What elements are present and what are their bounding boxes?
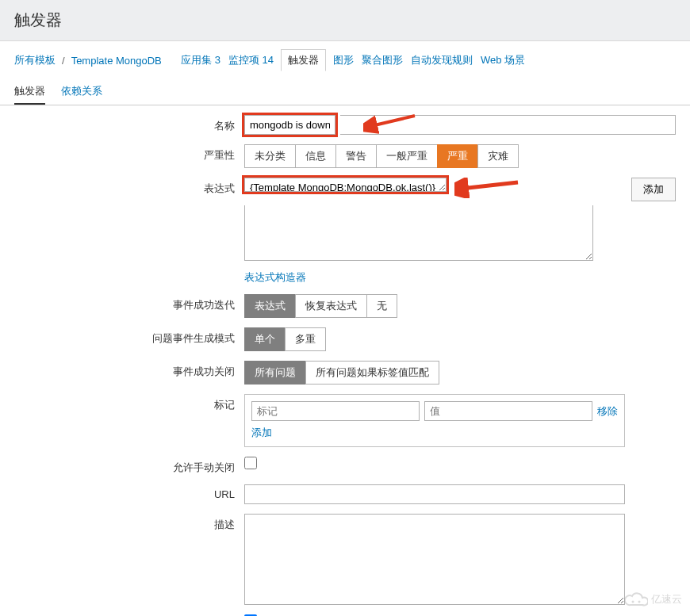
event-close-label: 事件成功关闭 bbox=[14, 361, 244, 379]
breadcrumb-all-templates[interactable]: 所有模板 bbox=[14, 53, 56, 67]
separator: / bbox=[62, 55, 65, 67]
description-field[interactable] bbox=[244, 514, 625, 605]
severity-unclassified[interactable]: 未分类 bbox=[244, 144, 296, 168]
tag-row: 移除 bbox=[251, 401, 618, 421]
severity-info[interactable]: 信息 bbox=[295, 144, 336, 168]
nav-items[interactable]: 监控项 14 bbox=[228, 52, 274, 69]
event-iter-label: 事件成功迭代 bbox=[14, 294, 244, 312]
nav-discovery[interactable]: 自动发现规则 bbox=[410, 52, 473, 69]
expression-field[interactable] bbox=[244, 178, 447, 192]
name-label: 名称 bbox=[14, 115, 244, 133]
breadcrumb: 所有模板 / Template MongoDB 应用集 3 监控项 14 触发器… bbox=[0, 41, 690, 71]
nav-applications[interactable]: 应用集 3 bbox=[180, 52, 221, 69]
severity-group: 未分类 信息 警告 一般严重 严重 灾难 bbox=[244, 144, 519, 168]
svg-point-2 bbox=[632, 601, 634, 603]
add-expression-button[interactable]: 添加 bbox=[631, 178, 676, 201]
severity-warning[interactable]: 警告 bbox=[335, 144, 377, 168]
event-iter-none[interactable]: 无 bbox=[366, 294, 397, 318]
event-iter-recovery[interactable]: 恢复表达式 bbox=[295, 294, 367, 318]
url-label: URL bbox=[14, 484, 244, 500]
tag-name-field[interactable] bbox=[251, 401, 420, 421]
problem-gen-single[interactable]: 单个 bbox=[244, 327, 286, 351]
description-label: 描述 bbox=[14, 514, 244, 532]
tag-value-field[interactable] bbox=[424, 401, 592, 421]
event-close-tag[interactable]: 所有问题如果标签值匹配 bbox=[305, 361, 439, 385]
svg-line-1 bbox=[461, 182, 518, 189]
cloud-icon bbox=[624, 591, 648, 608]
severity-label: 严重性 bbox=[14, 144, 244, 163]
name-field[interactable] bbox=[244, 115, 335, 135]
svg-line-0 bbox=[371, 116, 415, 126]
tab-dependencies[interactable]: 依赖关系 bbox=[61, 79, 102, 105]
severity-average[interactable]: 一般严重 bbox=[376, 144, 438, 168]
page-title: 触发器 bbox=[0, 0, 690, 41]
remove-tag-link[interactable]: 移除 bbox=[597, 404, 618, 419]
problem-gen-group: 单个 多重 bbox=[244, 327, 326, 351]
tab-bar: 触发器 依赖关系 bbox=[0, 71, 690, 105]
event-iter-group: 表达式 恢复表达式 无 bbox=[244, 294, 397, 318]
nav-screens[interactable]: 聚合图形 bbox=[361, 52, 404, 69]
problem-gen-multiple[interactable]: 多重 bbox=[285, 327, 326, 351]
watermark: 亿速云 bbox=[624, 591, 682, 608]
event-close-group: 所有问题 所有问题如果标签值匹配 bbox=[244, 361, 439, 385]
event-close-all[interactable]: 所有问题 bbox=[244, 361, 306, 385]
severity-high[interactable]: 严重 bbox=[437, 144, 478, 168]
manual-close-label: 允许手动关闭 bbox=[14, 457, 244, 475]
expression-area[interactable] bbox=[244, 205, 593, 261]
url-field[interactable] bbox=[244, 484, 625, 504]
add-tag-link[interactable]: 添加 bbox=[251, 427, 272, 438]
arrow-annotation bbox=[454, 178, 522, 198]
nav-triggers[interactable]: 触发器 bbox=[281, 49, 326, 71]
svg-point-3 bbox=[638, 601, 641, 603]
breadcrumb-template[interactable]: Template MongoDB bbox=[71, 55, 162, 67]
arrow-annotation bbox=[363, 112, 419, 136]
manual-close-checkbox[interactable] bbox=[244, 457, 257, 469]
problem-gen-label: 问题事件生成模式 bbox=[14, 327, 244, 346]
expression-label: 表达式 bbox=[14, 178, 244, 196]
nav-web[interactable]: Web 场景 bbox=[480, 52, 526, 69]
tag-panel: 移除 添加 bbox=[244, 394, 625, 447]
nav-graphs[interactable]: 图形 bbox=[332, 52, 355, 69]
tab-trigger[interactable]: 触发器 bbox=[14, 79, 45, 105]
event-iter-expression[interactable]: 表达式 bbox=[244, 294, 296, 318]
trigger-form: 名称 严重性 未分类 信息 警告 一般严重 严重 灾难 表达式 bbox=[0, 105, 690, 616]
expression-builder-link[interactable]: 表达式构造器 bbox=[244, 270, 306, 285]
tag-label: 标记 bbox=[14, 394, 244, 412]
severity-disaster[interactable]: 灾难 bbox=[477, 144, 519, 168]
